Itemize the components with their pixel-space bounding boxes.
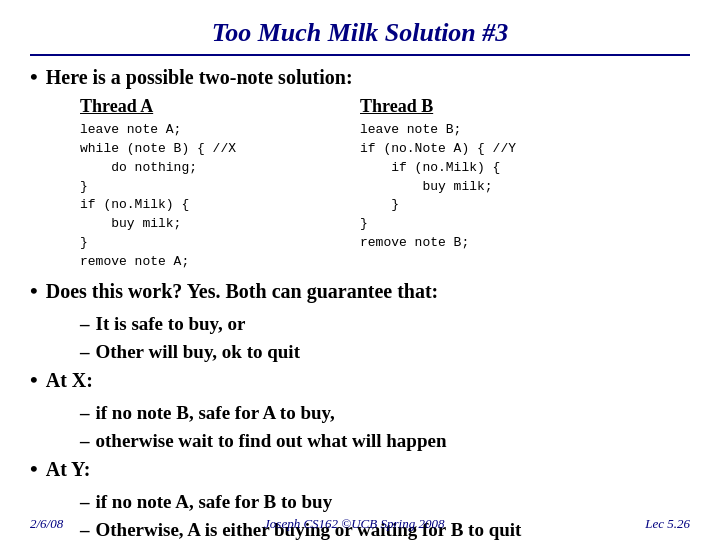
sub3a-text: if no note B, safe for A to buy, <box>96 399 335 428</box>
bullet4-line: • At Y: <box>30 456 690 482</box>
sub2a-dash: – <box>80 310 90 339</box>
bullet3-subbullets: – if no note B, safe for A to buy, – oth… <box>80 399 690 456</box>
sub3a-line: – if no note B, safe for A to buy, <box>80 399 690 428</box>
sub4a-dash: – <box>80 488 90 517</box>
sub2b-dash: – <box>80 338 90 367</box>
footer-center: Joseph CS162 ©UCB Spring 2008 <box>63 516 645 532</box>
sub4a-line: – if no note A, safe for B to buy <box>80 488 690 517</box>
footer: 2/6/08 Joseph CS162 ©UCB Spring 2008 Lec… <box>0 516 720 532</box>
main-content: • Here is a possible two-note solution: … <box>30 64 690 540</box>
thread-b-column: Thread B leave note B; if (no.Note A) { … <box>360 96 660 272</box>
bullet3-dot: • <box>30 367 38 393</box>
bullet3-line: • At X: <box>30 367 690 393</box>
bullet2-dot: • <box>30 278 38 304</box>
sub4a-text: if no note A, safe for B to buy <box>96 488 333 517</box>
sub3b-line: – otherwise wait to find out what will h… <box>80 427 690 456</box>
sub2b-text: Other will buy, ok to quit <box>96 338 300 367</box>
slide-title: Too Much Milk Solution #3 <box>30 18 690 48</box>
thread-b-code: leave note B; if (no.Note A) { //Y if (n… <box>360 121 660 253</box>
threads-container: Thread A leave note A; while (note B) { … <box>80 96 690 272</box>
bullet4-dot: • <box>30 456 38 482</box>
sub2b-line: – Other will buy, ok to quit <box>80 338 690 367</box>
bullet2-text: Does this work? Yes. Both can guarantee … <box>46 280 439 303</box>
footer-right: Lec 5.26 <box>645 516 690 532</box>
bullet3-text: At X: <box>46 369 93 392</box>
bullet1-text: Here is a possible two-note solution: <box>46 66 353 89</box>
title-divider <box>30 54 690 56</box>
thread-a-label: Thread A <box>80 96 360 117</box>
slide: Too Much Milk Solution #3 • Here is a po… <box>0 0 720 540</box>
bullet1-dot: • <box>30 64 38 90</box>
thread-a-column: Thread A leave note A; while (note B) { … <box>80 96 360 272</box>
thread-b-label: Thread B <box>360 96 660 117</box>
sub2a-line: – It is safe to buy, or <box>80 310 690 339</box>
sub3b-text: otherwise wait to find out what will hap… <box>96 427 447 456</box>
bullet4-text: At Y: <box>46 458 91 481</box>
bullet4-subbullets: – if no note A, safe for B to buy – Othe… <box>80 488 690 540</box>
bullet1-line: • Here is a possible two-note solution: <box>30 64 690 90</box>
bullet2-subbullets: – It is safe to buy, or – Other will buy… <box>80 310 690 367</box>
bullet2-line: • Does this work? Yes. Both can guarante… <box>30 278 690 304</box>
footer-left: 2/6/08 <box>30 516 63 532</box>
sub2a-text: It is safe to buy, or <box>96 310 246 339</box>
thread-a-code: leave note A; while (note B) { //X do no… <box>80 121 360 272</box>
sub3b-dash: – <box>80 427 90 456</box>
sub3a-dash: – <box>80 399 90 428</box>
